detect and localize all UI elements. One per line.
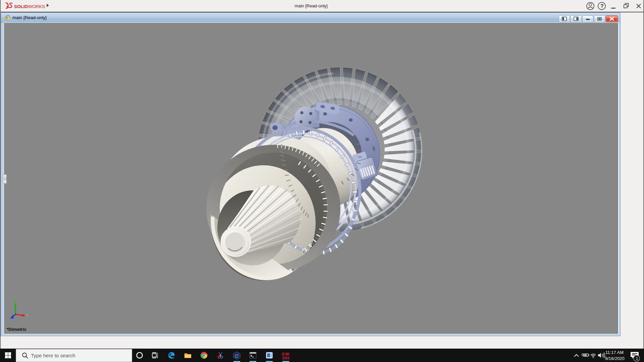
svg-text:1: 1 (636, 356, 638, 361)
svg-text:?: ? (600, 3, 604, 9)
svg-text:W: W (285, 352, 289, 357)
svg-text:S: S (282, 352, 285, 357)
svg-text:2020: 2020 (282, 356, 290, 360)
svg-text:x: x (26, 313, 28, 317)
